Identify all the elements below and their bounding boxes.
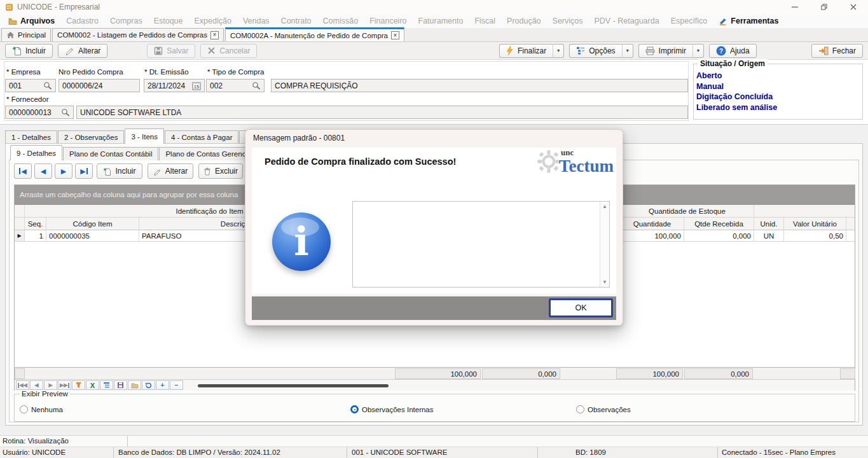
menu-vendas[interactable]: Vendas	[237, 17, 275, 25]
pager-layout-button[interactable]	[100, 380, 113, 390]
nro-pedido-field[interactable]: 0000006/24	[59, 79, 140, 92]
menu-expedicao[interactable]: Expedição	[189, 17, 237, 25]
alterar-button[interactable]: Alterar	[58, 44, 107, 58]
preview-radio-nenhuma[interactable]: Nenhuma	[20, 405, 63, 413]
header-codigo-item[interactable]: Código Item	[46, 218, 139, 230]
finalizar-dropdown-arrow[interactable]: ▼	[553, 44, 564, 58]
tab-observacoes[interactable]: 2 - Observações	[58, 130, 124, 144]
menu-compras[interactable]: Compras	[104, 17, 148, 25]
ajuda-button[interactable]: ? Ajuda	[709, 44, 757, 58]
pager-collapse-button[interactable]: −	[170, 380, 183, 390]
scroll-up-icon[interactable]: ▲	[602, 204, 607, 209]
lookup-icon[interactable]	[43, 81, 52, 90]
pager-prev-button[interactable]: ◀	[30, 380, 43, 390]
fornecedor-field[interactable]: 0000000013	[5, 106, 74, 119]
ok-button[interactable]: OK	[549, 298, 613, 317]
close-button[interactable]	[839, 0, 868, 14]
preview-radio-observacoes[interactable]: Observações	[576, 405, 631, 413]
fechar-button[interactable]: Fechar	[811, 44, 863, 58]
pager-excel-export-button[interactable]: X	[86, 380, 99, 390]
prev-page-icon: ◀	[34, 382, 38, 388]
lookup-icon[interactable]	[61, 108, 70, 116]
menu-cadastro[interactable]: Cadastro	[60, 17, 104, 25]
incluir-button[interactable]: Incluir	[5, 44, 53, 58]
grid-next-record-button[interactable]: ▶	[55, 163, 72, 179]
tipo-compra-field[interactable]: 002	[206, 79, 265, 92]
subtab-plano-contabil[interactable]: Plano de Contas Contábil	[63, 147, 158, 160]
pager-reset-button[interactable]	[142, 380, 155, 390]
total-1: 100,000	[395, 368, 481, 379]
preview-radio-observacoes-internas[interactable]: Observações Internas	[350, 405, 434, 413]
scroll-down-icon[interactable]: ▼	[602, 279, 607, 285]
tab-com0002[interactable]: COM0002 - Listagem de Pedidos de Compras…	[52, 28, 224, 41]
pager-filter-button[interactable]	[72, 380, 85, 390]
grid-alterar-button[interactable]: Alterar	[148, 163, 193, 179]
header-valor-unitario[interactable]: Valor Unitário	[784, 218, 846, 230]
menu-financeiro[interactable]: Financeiro	[364, 17, 412, 25]
menu-estoque[interactable]: Estoque	[148, 17, 189, 25]
fornecedor-label: * Fornecedor	[6, 95, 48, 103]
horizontal-scrollbar-thumb[interactable]	[198, 384, 389, 387]
salvar-button[interactable]: Salvar	[147, 44, 195, 58]
lookup-icon[interactable]	[252, 81, 261, 90]
tab-com0002a-active[interactable]: COM0002A - Manutenção de Pedido de Compr…	[225, 27, 404, 41]
grid-excluir-button[interactable]: Excluir	[198, 163, 243, 179]
tab-label: Principal	[18, 31, 46, 39]
pager-first-button[interactable]: ◀◀	[16, 380, 29, 390]
restore-button[interactable]	[809, 0, 839, 14]
header-descricao[interactable]: Descrição	[139, 218, 256, 230]
empresa-field[interactable]: 001	[5, 79, 56, 92]
grid-last-record-button[interactable]: ▶	[75, 163, 93, 179]
minimize-button[interactable]	[780, 0, 809, 14]
imprimir-dropdown-arrow[interactable]: ▼	[693, 44, 704, 58]
tab-itens-active[interactable]: 3 - Itens	[125, 128, 164, 144]
opcoes-button[interactable]: Opções	[569, 44, 622, 58]
button-label: Cancelar	[219, 46, 250, 55]
menu-faturamento[interactable]: Faturamento	[413, 17, 469, 25]
dialog-detail-textbox[interactable]: ▲ ▼	[352, 201, 610, 288]
menu-contrato[interactable]: Contrato	[275, 17, 317, 25]
imprimir-button[interactable]: Imprimir	[638, 44, 693, 58]
header-seq[interactable]: Seq.	[25, 218, 46, 230]
tab-contas-a-pagar[interactable]: 4 - Contas à Pagar	[165, 130, 239, 144]
dialog-title: Mensagem padrão - 00801	[253, 134, 345, 142]
cancelar-button[interactable]: Cancelar	[200, 44, 257, 58]
calendar-icon[interactable]: 15	[192, 81, 201, 90]
menu-ferramentas[interactable]: Ferramentas	[713, 17, 784, 25]
dialog-scrollbar[interactable]: ▲ ▼	[600, 202, 609, 287]
menu-producao[interactable]: Produção	[501, 17, 547, 25]
pager-expand-button[interactable]: +	[156, 380, 169, 390]
excel-x-icon: X	[90, 382, 95, 389]
pager-last-button[interactable]: ▶▶	[58, 380, 71, 390]
pager-next-button[interactable]: ▶	[44, 380, 57, 390]
title-bar: UNICODE - Empresarial	[0, 0, 868, 14]
situacao-liberado: Liberado sem análise	[694, 102, 862, 113]
menu-arquivos[interactable]: Arquivos	[3, 17, 60, 25]
menu-especifico[interactable]: Específico	[665, 17, 713, 25]
grid-first-record-button[interactable]: ◀	[14, 163, 32, 179]
pager-open-layout-button[interactable]	[128, 380, 141, 390]
menu-comissao[interactable]: Comissão	[317, 17, 364, 25]
tab-principal[interactable]: Principal	[1, 28, 51, 41]
tab-detalhes[interactable]: 1 - Detalhes	[5, 130, 57, 144]
menu-pdv-retaguarda[interactable]: PDV - Retaguarda	[589, 17, 665, 25]
tab-close-icon[interactable]: ×	[210, 31, 219, 39]
subtab-9-detalhes-active[interactable]: 9 - Detalhes	[10, 145, 62, 160]
new-document-icon	[12, 46, 22, 55]
opcoes-dropdown-arrow[interactable]: ▼	[623, 44, 633, 58]
grid-prev-record-button[interactable]: ◀	[34, 163, 52, 179]
menu-servicos[interactable]: Serviços	[547, 17, 589, 25]
menu-fiscal[interactable]: Fiscal	[469, 17, 501, 25]
tab-close-icon[interactable]: ×	[391, 31, 399, 39]
pager-save-layout-button[interactable]	[114, 380, 127, 390]
tipo-compra-desc-field: COMPRA REQUISIÇÃO	[271, 79, 688, 92]
header-quantidade[interactable]: Quantidade	[621, 218, 684, 230]
band-quantidade-estoque[interactable]: Quantidade de Estoque	[621, 205, 754, 217]
header-qtde-recebida[interactable]: Qtde Recebida	[684, 218, 754, 230]
dt-emissao-field[interactable]: 28/11/2024 15	[144, 79, 205, 92]
cancel-x-icon	[207, 46, 216, 55]
header-unid[interactable]: Unid.	[754, 218, 784, 230]
grid-incluir-button[interactable]: Incluir	[97, 163, 142, 179]
finalizar-button[interactable]: Finalizar	[499, 44, 553, 58]
status-divider	[717, 447, 718, 458]
